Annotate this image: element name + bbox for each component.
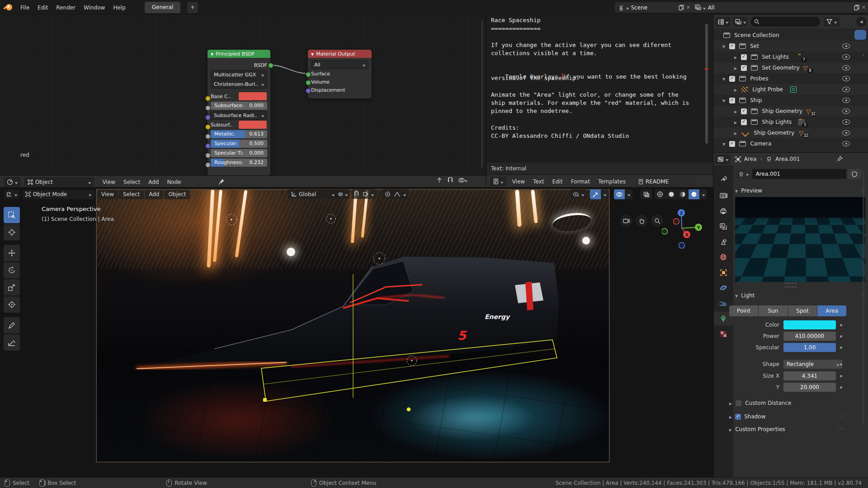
tab-render[interactable] (713, 189, 733, 202)
animate-dot[interactable] (840, 347, 842, 349)
tab-scene[interactable] (713, 235, 733, 249)
light-color-swatch[interactable] (783, 320, 836, 329)
expand-icon[interactable] (729, 400, 732, 406)
spaceship[interactable]: Energy 5 (97, 190, 609, 462)
editor-type-button[interactable] (4, 190, 19, 199)
hide-eye-icon[interactable] (842, 141, 850, 146)
hide-eye-icon[interactable] (842, 98, 850, 103)
metallic-socket[interactable] (205, 134, 211, 139)
menu-render[interactable]: Render (52, 0, 80, 15)
subsurface-socket[interactable] (205, 105, 211, 111)
text-datablock-selector[interactable]: README (635, 177, 696, 186)
volume-input-socket[interactable] (306, 80, 311, 85)
tool-rotate[interactable] (4, 262, 20, 278)
output-target-dropdown[interactable]: All (311, 60, 368, 69)
collapse-region-icon[interactable]: ◀ (856, 17, 866, 27)
shading-wireframe[interactable] (655, 189, 665, 199)
snap-magnet-icon[interactable] (447, 177, 453, 183)
outliner-row-probes[interactable]: Probes (713, 73, 868, 84)
filter-id-type-dropdown[interactable] (733, 17, 748, 27)
tool-measure[interactable] (4, 334, 20, 351)
panel-resize-grip[interactable] (785, 283, 797, 287)
expand-icon[interactable] (734, 119, 737, 125)
falloff-curve-icon[interactable] (394, 192, 401, 197)
snap-target-icon[interactable] (363, 191, 368, 197)
zoom-view-button[interactable] (651, 215, 663, 227)
collapse-node-icon[interactable] (211, 51, 213, 57)
collapse-node-icon[interactable] (311, 51, 314, 57)
base-color-socket[interactable] (205, 96, 211, 101)
scene-selector[interactable]: Scene ✕ (615, 2, 693, 13)
specular-slider[interactable]: Specular:0.500 (211, 140, 267, 148)
tool-cursor[interactable] (4, 224, 20, 240)
filter-dropdown[interactable] (824, 17, 840, 27)
outliner-row-ship-lights[interactable]: Ship Lights 5 (713, 117, 868, 127)
menu-text[interactable]: Text (529, 175, 548, 188)
subsurface-color-swatch[interactable] (238, 120, 267, 129)
tool-transform[interactable] (4, 296, 20, 313)
overlays-toggle[interactable] (614, 189, 625, 199)
go-to-parent-icon[interactable] (436, 177, 443, 183)
breadcrumb-object[interactable]: Area (744, 156, 757, 162)
pan-view-button[interactable] (636, 215, 648, 227)
chevron-down-icon[interactable] (372, 191, 374, 197)
hide-eye-icon[interactable] (842, 87, 850, 92)
expand-icon[interactable] (734, 108, 737, 114)
outliner-row-set[interactable]: Set (713, 41, 868, 52)
outliner-row-ship-geometry-object[interactable]: Ship Geometry ▽32 (713, 127, 868, 138)
shape-dropdown[interactable]: Rectangle (783, 360, 842, 369)
roughness-slider[interactable]: Roughness:0.232 (211, 159, 267, 167)
animate-dot[interactable] (840, 386, 842, 389)
hide-eye-icon[interactable] (842, 43, 850, 49)
expand-icon[interactable] (734, 130, 737, 136)
shader-type-dropdown[interactable]: Object (24, 177, 94, 187)
sss-method-dropdown[interactable]: Christensen-Burl.. (211, 80, 267, 89)
light-type-spot[interactable]: Spot (788, 305, 817, 316)
hide-eye-icon[interactable] (842, 119, 850, 125)
custom-distance-checkbox[interactable] (736, 400, 741, 406)
view-layer-selector[interactable]: All ✕ (692, 2, 868, 13)
xray-toggle[interactable] (640, 189, 652, 199)
expand-icon[interactable] (722, 97, 725, 103)
tab-object[interactable] (713, 266, 733, 279)
scrollbar-vertical[interactable] (705, 24, 708, 144)
panel-preview[interactable]: Preview (735, 185, 866, 196)
animate-dot[interactable] (840, 324, 842, 326)
node-material-output[interactable]: Material Output All Surface Volume Displ… (308, 50, 372, 99)
remove-icon[interactable]: ✕ (862, 5, 866, 10)
display-mode-dropdown[interactable] (715, 17, 731, 27)
subsurface-slider[interactable]: Subsurface:0.000 (211, 102, 267, 110)
panel-grip[interactable] (838, 415, 844, 418)
menu-window[interactable]: Window (80, 0, 109, 15)
menu-view[interactable]: View (97, 190, 118, 199)
specular-tint-socket[interactable] (205, 153, 211, 158)
copy-icon[interactable] (679, 5, 684, 10)
collection-checkbox[interactable] (729, 98, 735, 103)
tab-physics[interactable] (713, 281, 733, 295)
shading-solid[interactable] (666, 189, 677, 199)
subsurface-radius-dropdown[interactable]: Subsurface Radi.. (211, 111, 267, 120)
scrollbar-thumb[interactable] (854, 30, 866, 40)
menu-object[interactable]: Object (164, 190, 190, 199)
collection-checkbox[interactable] (729, 141, 735, 147)
hide-eye-icon[interactable] (842, 108, 850, 114)
pivot-point-dropdown[interactable] (335, 189, 350, 199)
specular-tint-slider[interactable]: Specular Ti:0.000 (211, 149, 267, 157)
collection-checkbox[interactable] (741, 119, 747, 125)
tab-output[interactable] (713, 204, 733, 218)
gizmos-dropdown[interactable] (601, 189, 609, 199)
transform-orientation-dropdown[interactable]: Global (288, 189, 338, 199)
shading-dropdown[interactable] (700, 189, 707, 199)
open-sidebar-arrow-icon[interactable]: ‹ (863, 52, 864, 58)
workspace-tab-general[interactable]: General (145, 2, 180, 13)
shading-material[interactable] (677, 189, 688, 199)
show-gizmo-dropdown[interactable] (571, 189, 586, 199)
specular-field[interactable]: 1.00 (783, 343, 836, 352)
unlink-icon[interactable]: ✕ (686, 5, 690, 10)
outliner-row-scene-collection[interactable]: Scene Collection (713, 30, 868, 41)
subsurface-color-socket[interactable] (205, 124, 211, 130)
hide-eye-icon[interactable] (842, 76, 850, 81)
menu-add[interactable]: Add (144, 176, 163, 188)
light-type-area[interactable]: Area (817, 305, 846, 316)
overlays-dropdown[interactable] (625, 189, 632, 199)
